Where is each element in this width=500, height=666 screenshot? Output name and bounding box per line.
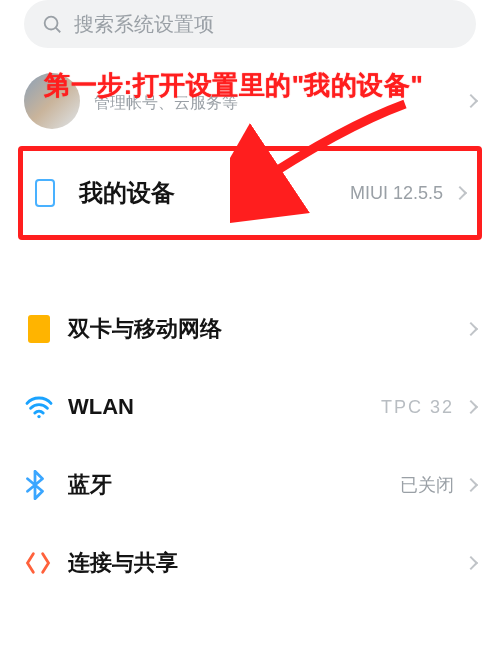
row-value: TPC 32	[381, 397, 454, 418]
svg-point-0	[45, 17, 58, 30]
search-bar-container: 搜索系统设置项	[0, 0, 500, 66]
row-title: WLAN	[68, 394, 381, 420]
account-texts: 管理帐号、云服务等	[94, 89, 466, 114]
wifi-icon	[24, 395, 68, 419]
row-value: 已关闭	[400, 473, 454, 497]
chevron-right-icon	[464, 322, 478, 336]
chevron-right-icon	[464, 556, 478, 570]
bluetooth-icon	[24, 470, 68, 500]
phone-icon	[35, 179, 79, 207]
my-device-title: 我的设备	[79, 177, 350, 209]
chevron-right-icon	[464, 400, 478, 414]
avatar	[24, 73, 80, 129]
account-subtitle: 管理帐号、云服务等	[94, 93, 466, 114]
svg-point-2	[37, 415, 40, 418]
row-title: 双卡与移动网络	[68, 314, 454, 344]
settings-screen: 搜索系统设置项 第一步:打开设置里的"我的设备" 管理帐号、云服务等 我的设备 …	[0, 0, 500, 666]
row-title: 蓝牙	[68, 470, 400, 500]
svg-line-1	[56, 28, 60, 32]
wlan-row[interactable]: WLAN TPC 32	[0, 368, 500, 446]
row-title: 连接与共享	[68, 548, 454, 578]
connect-share-row[interactable]: 连接与共享	[0, 524, 500, 602]
bluetooth-row[interactable]: 蓝牙 已关闭	[0, 446, 500, 524]
search-placeholder: 搜索系统设置项	[74, 11, 214, 38]
section-gap	[0, 240, 500, 290]
my-device-row[interactable]: 我的设备 MIUI 12.5.5	[29, 157, 471, 229]
search-bar[interactable]: 搜索系统设置项	[24, 0, 476, 48]
my-device-value: MIUI 12.5.5	[350, 183, 443, 204]
my-device-highlight: 我的设备 MIUI 12.5.5	[18, 146, 482, 240]
share-icon	[24, 549, 68, 577]
sim-network-row[interactable]: 双卡与移动网络	[0, 290, 500, 368]
wallpaper-row[interactable]: 壁纸与个性化	[0, 652, 500, 666]
chevron-right-icon	[464, 94, 478, 108]
search-icon	[40, 12, 64, 36]
section-gap	[0, 602, 500, 652]
account-row[interactable]: 管理帐号、云服务等	[0, 66, 500, 136]
chevron-right-icon	[453, 186, 467, 200]
chevron-right-icon	[464, 478, 478, 492]
sim-card-icon	[24, 314, 68, 344]
